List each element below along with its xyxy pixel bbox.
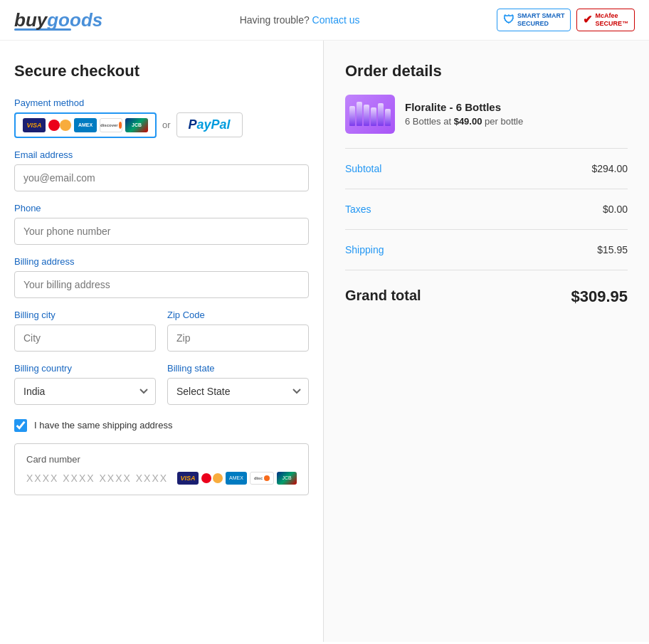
taxes-row: Taxes $0.00 (345, 196, 628, 222)
card-section: Card number XXXX XXXX XXXX XXXX VISA AME… (14, 443, 309, 495)
country-state-row: Billing country India Billing state Sele… (14, 363, 309, 416)
left-panel: Secure checkout Payment method VISA AMEX (0, 41, 324, 642)
main-layout: Secure checkout Payment method VISA AMEX (0, 41, 649, 642)
phone-label: Phone (14, 203, 309, 213)
mcafee-badge: ✔ McAfeeSECURE™ (576, 9, 635, 31)
card-number-placeholder: XXXX XXXX XXXX XXXX (26, 473, 168, 484)
payment-method-group: Payment method VISA AMEX discover (14, 97, 309, 138)
billing-country-select[interactable]: India (14, 378, 156, 405)
divider-1 (345, 148, 628, 149)
jcb-icon: JCB (125, 118, 148, 132)
billing-country-label: Billing country (14, 363, 156, 374)
divider-3 (345, 229, 628, 230)
email-input[interactable] (14, 164, 309, 191)
billing-address-input[interactable] (14, 271, 309, 298)
phone-group: Phone (14, 203, 309, 245)
shield-badge: 🛡 SMART SMARTSECURED (497, 9, 571, 31)
amex-icon: AMEX (74, 118, 97, 132)
billing-country-group: Billing country India (14, 363, 156, 405)
product-bottles (349, 102, 391, 126)
billing-city-input[interactable] (14, 324, 156, 352)
taxes-value: $0.00 (603, 204, 628, 215)
card-discover-icon: disc (250, 472, 274, 485)
card-jcb-icon: JCB (277, 472, 297, 485)
payment-methods: VISA AMEX discover JCB o (14, 112, 309, 138)
product-image (345, 95, 395, 134)
city-zip-row: Billing city Zip Code (14, 310, 309, 363)
bottle-5 (378, 103, 384, 126)
zip-code-label: Zip Code (167, 310, 309, 320)
shipping-label: Shipping (345, 244, 384, 255)
phone-input[interactable] (14, 218, 309, 245)
discover-icon: discover (100, 118, 122, 132)
subtotal-value: $294.00 (591, 163, 628, 174)
taxes-label: Taxes (345, 204, 371, 215)
card-mc-icon (201, 472, 223, 485)
zip-code-group: Zip Code (167, 310, 309, 352)
or-text: or (162, 120, 171, 130)
bottle-3 (364, 105, 369, 126)
bottle-2 (357, 102, 362, 126)
billing-state-group: Billing state Select State (167, 363, 309, 405)
grand-total-label: Grand total (345, 287, 421, 306)
contact-link[interactable]: Contact us (312, 14, 360, 26)
billing-address-group: Billing address (14, 256, 309, 298)
card-icons-box[interactable]: VISA AMEX discover JCB (14, 112, 157, 138)
logo: buygoods (14, 9, 102, 31)
product-name: Floralite - 6 Bottles (405, 101, 523, 113)
right-panel: Order details Floralite - 6 Bottles 6 Bo… (324, 41, 649, 642)
card-icons-row: VISA AMEX disc JCB (177, 472, 297, 485)
payment-method-label: Payment method (14, 97, 309, 108)
subtotal-label: Subtotal (345, 163, 381, 174)
zip-input[interactable] (167, 324, 309, 352)
bottle-6 (385, 109, 391, 126)
shipping-value: $15.95 (597, 244, 628, 255)
billing-city-label: Billing city (14, 310, 156, 320)
grand-total-value: $309.95 (571, 287, 628, 306)
page-title: Secure checkout (14, 62, 309, 80)
card-number-label: Card number (26, 454, 297, 465)
same-shipping-row: I have the same shipping address (14, 419, 309, 432)
product-info: Floralite - 6 Bottles 6 Bottles at $49.0… (405, 101, 523, 127)
same-shipping-checkbox[interactable] (14, 419, 27, 432)
product-desc: 6 Bottles at $49.00 per bottle (405, 116, 523, 127)
paypal-button[interactable]: PayPal (176, 112, 243, 137)
bottle-1 (349, 106, 355, 126)
bottle-4 (371, 107, 376, 126)
billing-address-label: Billing address (14, 256, 309, 267)
header-trouble-text: Having trouble? Contact us (240, 14, 360, 26)
order-title: Order details (345, 62, 628, 80)
card-number-row: XXXX XXXX XXXX XXXX VISA AMEX disc JCB (26, 472, 297, 485)
email-label: Email address (14, 149, 309, 160)
shipping-row: Shipping $15.95 (345, 237, 628, 263)
billing-state-label: Billing state (167, 363, 309, 374)
billing-city-group: Billing city (14, 310, 156, 352)
card-amex-icon: AMEX (226, 472, 247, 485)
shield-icon: 🛡 (503, 14, 515, 26)
same-shipping-label: I have the same shipping address (34, 420, 172, 431)
billing-state-select[interactable]: Select State (167, 378, 309, 405)
email-group: Email address (14, 149, 309, 191)
paypal-logo: PayPal (189, 117, 231, 132)
product-row: Floralite - 6 Bottles 6 Bottles at $49.0… (345, 95, 628, 134)
visa-icon: VISA (23, 118, 46, 132)
card-visa-icon: VISA (177, 472, 199, 485)
subtotal-row: Subtotal $294.00 (345, 156, 628, 181)
header-badges: 🛡 SMART SMARTSECURED ✔ McAfeeSECURE™ (497, 9, 635, 31)
grand-total-row: Grand total $309.95 (345, 278, 628, 316)
mastercard-icon (48, 118, 71, 132)
divider-4 (345, 270, 628, 270)
divider-2 (345, 189, 628, 189)
mcafee-icon: ✔ (583, 13, 592, 26)
header: buygoods Having trouble? Contact us 🛡 SM… (0, 0, 649, 41)
